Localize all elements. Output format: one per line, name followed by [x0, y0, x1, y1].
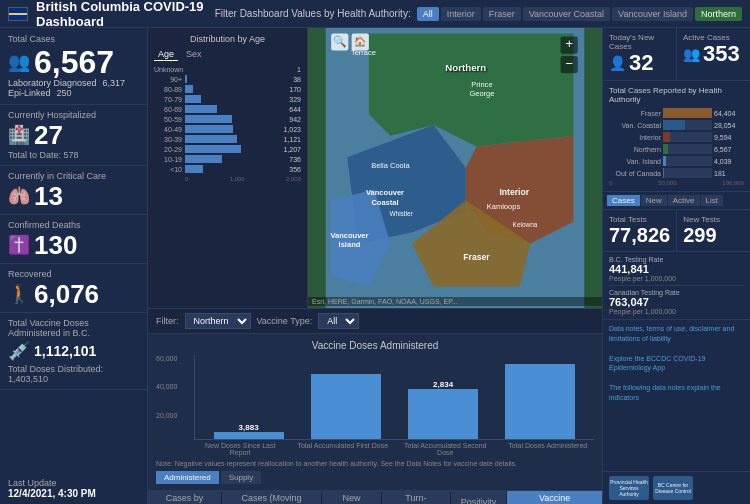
ha-bar-label: Van. Island	[609, 158, 661, 165]
svg-text:Vancouver: Vancouver	[366, 188, 404, 197]
ha-tab-active[interactable]: Active	[668, 195, 700, 206]
location-filter-select[interactable]: Northern	[185, 313, 251, 329]
ha-axis-100k: 100,000	[722, 180, 744, 186]
data-notes-link-3[interactable]: The following data notes explain the ind…	[609, 383, 744, 403]
age-bar-value: 1	[297, 66, 301, 73]
y-label-40k: 40,000	[156, 383, 190, 390]
filter-vancouver-coastal[interactable]: Vancouver Coastal	[523, 7, 610, 21]
ha-bar-inner	[663, 156, 666, 166]
filter-interior[interactable]: Interior	[441, 7, 481, 21]
svg-text:Northern: Northern	[445, 62, 486, 73]
age-bar-value: 1,207	[283, 146, 301, 153]
btab-cases-by-day[interactable]: Cases by Day	[148, 491, 221, 504]
btab-vaccine-information[interactable]: Vaccine Information	[507, 491, 602, 504]
age-tab-age[interactable]: Age	[154, 48, 178, 61]
bccdc-logo: BC Centre for Disease Control	[653, 476, 693, 500]
filter-vancouver-island[interactable]: Vancouver Island	[612, 7, 693, 21]
ha-bar-outer	[663, 156, 712, 166]
ha-bar-outer	[663, 120, 712, 130]
vbar-total-doses	[497, 364, 584, 439]
age-bar-outer	[185, 145, 278, 153]
age-bar-outer	[185, 165, 284, 173]
svg-text:Kamloops: Kamloops	[487, 202, 521, 211]
critical-icon: 🫁	[8, 185, 30, 207]
vaccine-type-select[interactable]: All	[318, 313, 359, 329]
ha-tab-list[interactable]: List	[701, 195, 723, 206]
deaths-icon: ✝️	[8, 234, 30, 256]
today-cases-row: Today's New Cases 👤 32 Active Cases 👥 35…	[603, 28, 750, 81]
vaccine-tabs: Administered Supply	[156, 471, 594, 484]
svg-text:Bella Coola: Bella Coola	[371, 161, 410, 170]
ha-bar-outer	[663, 108, 712, 118]
data-notes-link-1[interactable]: Data notes, terms of use, disclaimer and…	[609, 324, 744, 344]
deaths-label: Confirmed Deaths	[8, 220, 139, 230]
age-bar-label: Unknown	[154, 66, 182, 73]
lab-diagnosed-label: Laboratory Diagnosed	[8, 78, 97, 88]
total-tests-label: Total Tests	[609, 215, 670, 224]
new-tests-block: New Tests 299	[677, 210, 750, 251]
map-filter-bar: Filter: Northern Vaccine Type: All	[148, 308, 602, 333]
filter-northern[interactable]: Northern	[695, 7, 742, 21]
ha-bar-outer	[663, 144, 712, 154]
ha-bar-inner	[663, 132, 670, 142]
ha-bar-row: Van. Coastal 28,054	[609, 120, 744, 130]
filter-all[interactable]: All	[417, 7, 439, 21]
data-notes-link-2[interactable]: Explore the BCCDC COVID-19 Epidemiology …	[609, 354, 744, 374]
vaccine-bar-labels: New Doses Since Last Report Total Accumu…	[156, 442, 594, 456]
age-distribution-chart: Distribution by Age Age Sex Unknown 1 90…	[148, 28, 308, 308]
critical-care-block: Currently in Critical Care 🫁 13	[0, 166, 147, 215]
age-bar-inner	[185, 75, 187, 83]
age-bar-inner	[185, 115, 232, 123]
vaccine-value: 1,112,101	[34, 343, 96, 359]
svg-text:+: +	[565, 36, 573, 51]
new-tests-label: New Tests	[683, 215, 744, 224]
age-bar-label: 70-79	[154, 96, 182, 103]
critical-value: 13	[34, 183, 63, 209]
age-bar-outer	[185, 115, 284, 123]
map-svg: Northern Prince George Interior Kamloops…	[308, 28, 602, 308]
ha-bar-outer	[663, 168, 712, 178]
age-bar-row: 60-69 644	[154, 105, 301, 113]
deaths-value: 130	[34, 232, 77, 258]
ha-bar-label: Northern	[609, 146, 661, 153]
age-bar-label: 40-49	[154, 126, 182, 133]
btab-cases-moving-avg[interactable]: Cases (Moving Avg.)	[222, 491, 321, 504]
map-attribution: Esri, HERE, Garmin, FAO, NOAA, USGS, EP.…	[308, 297, 602, 306]
age-bar-inner	[185, 95, 201, 103]
svg-text:Interior: Interior	[499, 187, 529, 197]
total-cases-label: Total Cases	[8, 34, 139, 44]
age-bar-value: 38	[293, 76, 301, 83]
vaccine-chart-title: Vaccine Doses Administered	[156, 340, 594, 351]
age-bar-value: 942	[289, 116, 301, 123]
btab-turn-around[interactable]: Turn-Around	[382, 491, 450, 504]
vbar-second-dose-bar	[408, 389, 478, 439]
ha-bar-row: Interior 9,594	[609, 132, 744, 142]
age-bar-label: 50-59	[154, 116, 182, 123]
age-bar-outer	[185, 75, 288, 83]
ha-tab-cases[interactable]: Cases	[607, 195, 640, 206]
hospitalized-total: Total to Date: 578	[8, 150, 139, 160]
vtab-supply[interactable]: Supply	[221, 471, 261, 484]
vbar-new-doses: 3,883	[205, 423, 292, 439]
ha-axis-50k: 50,000	[658, 180, 676, 186]
btab-positivity[interactable]: Positivity	[451, 491, 507, 504]
ha-bar-row: Northern 6,567	[609, 144, 744, 154]
age-bar-value: 1,121	[283, 136, 301, 143]
btab-new-tests[interactable]: New Tests	[322, 491, 381, 504]
bc-testing-rate-sub: People per 1,000,000	[609, 275, 744, 282]
vaccine-chart-container: 60,000 40,000 20,000 3,883 2,834	[156, 355, 594, 440]
vtab-administered[interactable]: Administered	[156, 471, 219, 484]
age-bar-row: 70-79 329	[154, 95, 301, 103]
age-tab-sex[interactable]: Sex	[182, 48, 206, 61]
ha-bar-label: Van. Coastal	[609, 122, 661, 129]
total-cases-value: 6,567	[34, 46, 114, 78]
age-bar-outer	[185, 135, 278, 143]
vaccine-icon: 💉	[8, 340, 30, 362]
phsa-logo-text: Provincial Health Services Authority	[609, 479, 649, 497]
ha-tab-new[interactable]: New	[641, 195, 667, 206]
svg-text:−: −	[565, 56, 573, 71]
ha-bar-value: 64,404	[714, 110, 744, 117]
vaccine-distributed: Total Doses Distributed: 1,403,510	[8, 364, 139, 384]
filter-fraser[interactable]: Fraser	[483, 7, 521, 21]
y-label-60k: 60,000	[156, 355, 190, 362]
